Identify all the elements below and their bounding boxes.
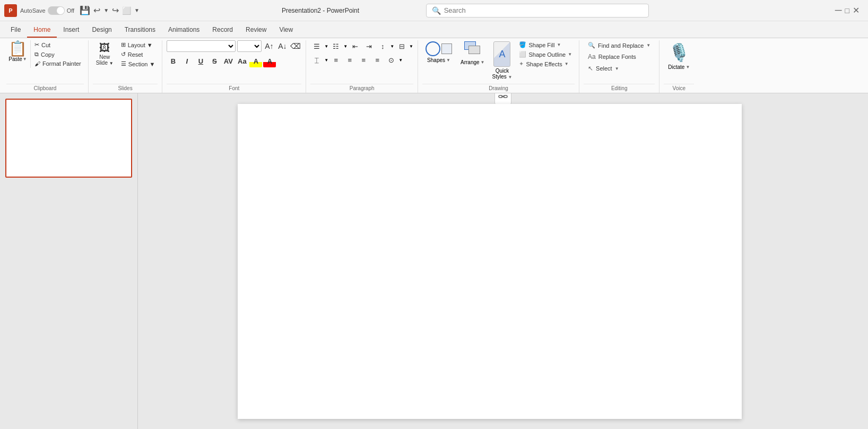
ribbon-group-editing: 🔍 Find and Replace ▼ Aa Replace Fonts ↖ …	[579, 40, 659, 93]
replace-fonts-button[interactable]: Aa Replace Fonts	[584, 51, 655, 62]
tab-review[interactable]: Review	[239, 23, 273, 38]
increase-indent-button[interactable]: ⇥	[362, 40, 375, 52]
tab-animations[interactable]: Animations	[162, 23, 206, 38]
font-grow-button[interactable]: A↑	[263, 40, 275, 52]
numbering-button[interactable]: ☷	[329, 40, 342, 52]
shape-outline-dropdown[interactable]: ▼	[568, 52, 572, 57]
shape-fill-button[interactable]: 🪣 Shape Fill ▼	[516, 40, 575, 49]
font-size-select[interactable]	[237, 40, 262, 52]
align-right-button[interactable]: ≡	[357, 54, 370, 66]
columns-button[interactable]: ⊟	[395, 40, 408, 52]
paste-dropdown-icon[interactable]: ▼	[23, 57, 27, 62]
undo-icon[interactable]: ↩	[93, 5, 100, 15]
close-icon[interactable]: ✕	[853, 5, 860, 15]
bullets-button[interactable]: ☰	[310, 40, 323, 52]
decrease-indent-button[interactable]: ⇤	[349, 40, 361, 52]
tab-design[interactable]: Design	[85, 23, 118, 38]
search-input[interactable]	[444, 6, 643, 14]
layout-icon: ⊞	[121, 41, 126, 48]
change-case-button[interactable]: Aa	[236, 55, 248, 67]
font-shrink-button[interactable]: A↓	[276, 40, 288, 52]
text-direction-dropdown[interactable]: ▼	[324, 58, 328, 63]
customize-icon[interactable]: ⬜	[122, 6, 131, 15]
shape-fill-label: Shape Fill	[528, 42, 554, 48]
tab-file[interactable]: File	[4, 23, 27, 38]
tab-insert[interactable]: Insert	[57, 23, 85, 38]
tab-home[interactable]: Home	[27, 23, 57, 38]
smart-art-button[interactable]: ⊙	[385, 54, 397, 66]
copy-button[interactable]: ⧉ Copy	[32, 50, 84, 59]
shapes-dropdown-icon[interactable]: ▼	[446, 58, 450, 63]
arrange-dropdown-icon[interactable]: ▼	[481, 60, 485, 65]
line-spacing-dropdown[interactable]: ▼	[390, 44, 394, 49]
title-bar: P AutoSave Off 💾 ↩ ▼ ↪ ⬜ ▼ Presentation2…	[0, 0, 868, 21]
font-color-button[interactable]: A	[263, 55, 276, 67]
format-painter-button[interactable]: 🖌 Format Painter	[32, 59, 84, 68]
autosave-toggle[interactable]	[48, 6, 65, 15]
align-center-button[interactable]: ≡	[343, 54, 356, 66]
para-row-1: ☰ ▼ ☷ ▼ ⇤ ⇥ ↕ ▼ ⊟ ▼	[310, 40, 413, 52]
paste-button[interactable]: 📋 Paste ▼	[6, 40, 29, 68]
shape-outline-button[interactable]: ⬜ Shape Outline ▼	[516, 50, 575, 59]
paragraph-group-label: Paragraph	[310, 84, 413, 93]
align-left-button[interactable]: ≡	[329, 54, 342, 66]
strikethrough-button[interactable]: S	[208, 55, 221, 67]
arrange-button[interactable]: Arrange ▼	[457, 40, 488, 66]
font-name-select[interactable]	[167, 40, 236, 52]
quick-styles-dropdown-icon[interactable]: ▼	[508, 75, 513, 80]
dictate-button[interactable]: 🎙️ Dictate ▼	[664, 40, 694, 72]
quick-styles-button[interactable]: A QuickStyles ▼	[490, 40, 515, 81]
microphone-icon: 🎙️	[669, 42, 690, 63]
reset-button[interactable]: ↺ Reset	[118, 50, 158, 59]
text-direction-button[interactable]: ⌶	[310, 54, 323, 66]
paste-icon: 📋	[8, 41, 27, 56]
find-replace-dropdown[interactable]: ▼	[646, 43, 650, 48]
find-replace-button[interactable]: 🔍 Find and Replace ▼	[584, 40, 655, 50]
maximize-icon[interactable]: □	[845, 6, 849, 15]
tab-transitions[interactable]: Transitions	[118, 23, 162, 38]
canvas-link-icon[interactable]	[494, 93, 511, 105]
justify-button[interactable]: ≡	[371, 54, 384, 66]
shapes-button[interactable]: Shapes ▼	[422, 40, 455, 64]
shape-effects-dropdown[interactable]: ▼	[565, 62, 569, 66]
search-bar[interactable]: 🔍	[426, 4, 649, 17]
shape-outline-icon: ⬜	[519, 51, 526, 58]
redo-icon[interactable]: ↪	[112, 5, 119, 15]
editing-content: 🔍 Find and Replace ▼ Aa Replace Fonts ↖ …	[584, 40, 655, 83]
numbering-dropdown[interactable]: ▼	[343, 44, 348, 49]
shape-fill-dropdown[interactable]: ▼	[557, 42, 561, 47]
slide-thumbnail-1[interactable]: 1	[5, 99, 132, 178]
italic-button[interactable]: I	[180, 55, 193, 67]
voice-group-label: Voice	[664, 84, 694, 93]
layout-button[interactable]: ⊞ Layout ▼	[118, 40, 158, 49]
section-button[interactable]: ☰ Section ▼	[118, 59, 158, 68]
select-button[interactable]: ↖ Select ▼	[584, 63, 655, 74]
ribbon-group-slides: 🖼 NewSlide ▼ ⊞ Layout ▼ ↺ Reset	[89, 40, 163, 93]
dictate-dropdown[interactable]: ▼	[685, 65, 690, 69]
slide-canvas[interactable]	[238, 104, 742, 419]
save-icon[interactable]: 💾	[80, 5, 90, 15]
customize-dropdown-icon[interactable]: ▼	[134, 7, 140, 13]
columns-dropdown[interactable]: ▼	[409, 44, 413, 49]
smart-art-dropdown[interactable]: ▼	[398, 58, 403, 63]
underline-button[interactable]: U	[194, 55, 207, 67]
char-spacing-button[interactable]: AV	[222, 55, 235, 67]
bullets-dropdown[interactable]: ▼	[324, 44, 328, 49]
tab-view[interactable]: View	[273, 23, 299, 38]
replace-fonts-label: Replace Fonts	[598, 54, 636, 60]
highlight-button[interactable]: A	[249, 55, 262, 67]
bold-button[interactable]: B	[167, 55, 179, 67]
select-dropdown[interactable]: ▼	[615, 66, 619, 71]
arrange-label: Arrange	[461, 59, 480, 65]
new-slide-button[interactable]: 🖼 NewSlide ▼	[93, 40, 117, 68]
tab-record[interactable]: Record	[206, 23, 239, 38]
autosave-area: AutoSave Off	[20, 6, 74, 15]
autosave-state: Off	[67, 7, 74, 14]
minimize-icon[interactable]: ─	[835, 5, 842, 16]
shape-effects-button[interactable]: ✦ Shape Effects ▼	[516, 59, 575, 68]
line-spacing-button[interactable]: ↕	[376, 40, 389, 52]
reset-label: Reset	[128, 51, 143, 58]
cut-button[interactable]: ✂ Cut	[32, 40, 84, 49]
clear-formatting-button[interactable]: ⌫	[290, 40, 301, 52]
undo-dropdown-icon[interactable]: ▼	[103, 7, 109, 13]
